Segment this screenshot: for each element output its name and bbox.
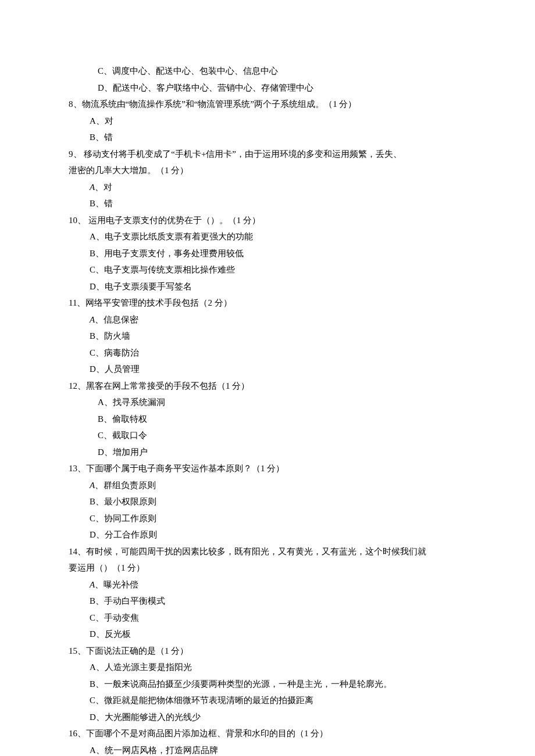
text-line: D、增加用户 <box>69 444 466 461</box>
text-line: B、手动白平衡模式 <box>69 593 466 610</box>
text-line: 泄密的几率大大增加。（1 分） <box>69 162 466 179</box>
text-line: D、反光板 <box>69 626 466 643</box>
text-line: B、防火墙 <box>69 328 466 345</box>
text-line: 9、 移动支付将手机变成了“手机卡+信用卡”，由于运用环境的多变和运用频繁，丢失… <box>69 146 466 163</box>
text-line: D、大光圈能够进入的光线少 <box>69 709 466 726</box>
text-line: B、最小权限原则 <box>69 493 466 510</box>
text-line: C、电子支票与传统支票相比操作难些 <box>69 261 466 278</box>
text-line: 16、下面哪个不是对商品图片添加边框、背景和水印的目的（1 分） <box>69 725 466 742</box>
text-line: D、电子支票须要手写签名 <box>69 278 466 295</box>
text-line: A、曝光补偿 <box>69 576 466 593</box>
text-line: 13、下面哪个属于电子商务平安运作基本原则？（1 分） <box>69 460 466 477</box>
text-line: C、协同工作原则 <box>69 510 466 527</box>
text-line: A、电子支票比纸质支票有着更强大的功能 <box>69 228 466 245</box>
text-line: D、人员管理 <box>69 361 466 378</box>
text-line: A、对 <box>69 179 466 196</box>
text-line: C、调度中心、配送中心、包装中心、信息中心 <box>69 63 466 80</box>
text-line: 10、 运用电子支票支付的优势在于（）。（1 分） <box>69 212 466 229</box>
text-line: C、病毒防治 <box>69 345 466 361</box>
text-line: 8、物流系统由“物流操作系统”和“物流管理系统”两个子系统组成。（1 分） <box>69 96 466 113</box>
text-line: B、偷取特权 <box>69 411 466 428</box>
text-line: C、手动变焦 <box>69 610 466 626</box>
text-line: D、配送中心、客户联络中心、营销中心、存储管理中心 <box>69 80 466 96</box>
text-line: B、错 <box>69 129 466 146</box>
text-line: A、群组负责原则 <box>69 477 466 494</box>
text-line: C、截取口令 <box>69 427 466 444</box>
text-line: A、找寻系统漏洞 <box>69 394 466 411</box>
text-line: A、信息保密 <box>69 311 466 328</box>
text-line: 15、下面说法正确的是（1 分） <box>69 643 466 660</box>
text-line: A、对 <box>69 113 466 130</box>
text-line: A、人造光源主要是指阳光 <box>69 659 466 676</box>
text-line: 要运用（）（1 分） <box>69 560 466 576</box>
text-line: C、微距就是能把物体细微环节表现清晰的最近的拍摄距离 <box>69 692 466 709</box>
text-line: 12、黑客在网上常常接受的手段不包括（1 分） <box>69 378 466 395</box>
text-line: D、分工合作原则 <box>69 526 466 543</box>
text-line: A、统一网店风格，打造网店品牌 <box>69 742 466 757</box>
text-line: 14、有时候，可能四周干扰的因素比较多，既有阳光，又有黄光，又有蓝光，这个时候我… <box>69 543 466 560</box>
document-page: C、调度中心、配送中心、包装中心、信息中心D、配送中心、客户联络中心、营销中心、… <box>0 0 535 756</box>
text-line: B、一般来说商品拍摄至少须要两种类型的光源，一种是主光，一种是轮廓光。 <box>69 676 466 693</box>
text-line: 11、网络平安管理的技术手段包括（2 分） <box>69 295 466 311</box>
text-line: B、错 <box>69 195 466 212</box>
text-line: B、用电子支票支付，事务处理费用较低 <box>69 245 466 262</box>
